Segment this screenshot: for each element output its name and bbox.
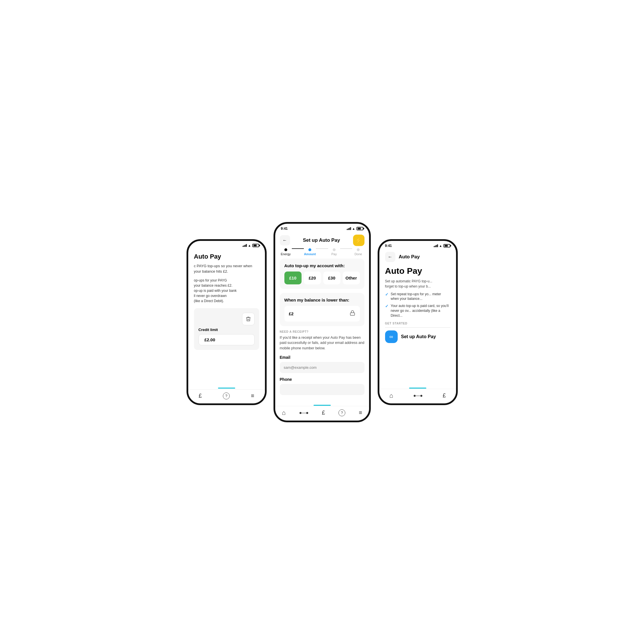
check-mark-1: ✓	[385, 292, 389, 297]
balance-input-row: £2	[284, 306, 360, 322]
nav-home-center[interactable]: ⌂	[282, 409, 286, 417]
status-icons-left: ▲	[243, 244, 259, 247]
left-phone-title: Auto Pay	[194, 253, 259, 260]
nav-home-right[interactable]: ⌂	[389, 392, 393, 399]
bottom-bar-right: ⌂ ●—● £	[379, 389, 456, 403]
wifi-icon: ▲	[248, 244, 251, 247]
auto-topup-card: Auto top-up my account with: £10 £20 £30…	[280, 259, 364, 289]
check-item-2: ✓ Your auto top-up is paid card, so you'…	[385, 304, 450, 318]
get-started-label: GET STARTED	[385, 322, 450, 325]
signal-icon-center	[347, 227, 351, 230]
phone-center: 9:41 ▲ ← Set up Auto Pay ⚡ Energy	[274, 222, 371, 422]
phone-left: ▲ Auto Pay c PAYG top-ups so you never w…	[187, 239, 267, 405]
left-description: c PAYG top-ups so you never when your ba…	[194, 263, 259, 274]
step-dot-done	[357, 248, 360, 251]
amount-options: £10 £20 £30 Other	[284, 272, 360, 284]
auto-pay-desc: Set up automatic PAYG top-u...forget to …	[385, 279, 450, 289]
lightning-button[interactable]: ⚡	[353, 235, 364, 246]
credit-label: Credit limit	[199, 328, 218, 332]
infinity-icon: ∞	[385, 330, 398, 343]
receipt-label: NEED A RECEIPT?	[280, 330, 364, 333]
nav-activity-right[interactable]: ●—●	[413, 393, 422, 398]
right-header: ← Auto Pay	[385, 252, 450, 262]
step-dot-energy	[284, 248, 287, 251]
balance-value: £2	[289, 311, 294, 316]
bottom-indicator-left	[218, 388, 235, 389]
nav-help-center[interactable]: ?	[338, 409, 345, 416]
bottom-bar-center: ⌂ ●—● £ ? ≡	[275, 406, 369, 421]
step-dot-amount	[308, 248, 311, 251]
step-label-energy: Energy	[281, 252, 291, 256]
right-title: Auto Pay	[399, 254, 420, 260]
nav-help-left[interactable]: ?	[223, 393, 230, 399]
left-bullets: op-ups for your PAYG your balance reache…	[194, 278, 259, 304]
time-right: 9:41	[385, 244, 392, 248]
step-amount: Amount	[304, 248, 316, 256]
phone-input[interactable]	[280, 384, 364, 395]
bottom-bar-left: £ ? ≡	[188, 389, 265, 403]
setup-button[interactable]: ∞ Set up Auto Pay	[385, 330, 450, 343]
nav-payment-left[interactable]: £	[199, 393, 202, 399]
auto-pay-heading: Auto Pay	[385, 266, 450, 276]
amount-other[interactable]: Other	[343, 272, 360, 284]
right-content: ← Auto Pay Auto Pay Set up automatic PAY…	[379, 249, 456, 405]
amount-30[interactable]: £30	[323, 272, 340, 284]
nav-menu-left[interactable]: ≡	[251, 393, 254, 399]
setup-btn-label: Set up Auto Pay	[401, 334, 436, 339]
phone-right: 9:41 ▲ ← Auto Pay Auto Pay Set up automa…	[378, 239, 458, 405]
amount-20[interactable]: £20	[304, 272, 321, 284]
receipt-description: If you'd like a receipt when your Auto P…	[280, 335, 364, 351]
battery-icon-right	[443, 244, 450, 247]
trash-icon[interactable]	[242, 313, 255, 325]
screen-container: ▲ Auto Pay c PAYG top-ups so you never w…	[165, 222, 479, 422]
step-pay: Pay	[328, 248, 340, 256]
step-label-done: Done	[354, 252, 362, 256]
check-item-1: ✓ Set repeat top-ups for yo... meter whe…	[385, 292, 450, 302]
back-button-center[interactable]: ←	[280, 235, 290, 245]
step-dot-pay	[333, 248, 336, 251]
step-label-amount: Amount	[304, 252, 316, 256]
step-done: Done	[352, 248, 364, 256]
check-text-2: Your auto top-up is paid card, so you'll…	[391, 304, 450, 318]
status-bar-right: 9:41 ▲	[379, 241, 456, 249]
phone-label: Phone	[280, 377, 364, 382]
receipt-section: NEED A RECEIPT? If you'd like a receipt …	[275, 330, 369, 403]
nav-activity-center[interactable]: ●—●	[299, 410, 308, 415]
status-icons-center: ▲	[347, 227, 363, 230]
step-line-1	[292, 248, 304, 249]
step-label-pay: Pay	[331, 252, 337, 256]
check-list: ✓ Set repeat top-ups for yo... meter whe…	[385, 292, 450, 318]
battery-icon-center	[356, 227, 363, 230]
bottom-indicator-center	[314, 405, 331, 406]
signal-icon	[243, 244, 247, 247]
center-header: ← Set up Auto Pay ⚡	[275, 232, 369, 248]
nav-menu-center[interactable]: ≡	[359, 409, 362, 416]
lock-icon	[350, 310, 355, 318]
balance-card: When my balance is lower than: £2	[280, 293, 364, 326]
amount-10[interactable]: £10	[284, 272, 302, 284]
step-line-3	[340, 248, 352, 249]
nav-payment-center[interactable]: £	[322, 409, 325, 416]
wifi-icon-right: ▲	[439, 244, 442, 247]
check-mark-2: ✓	[385, 304, 389, 308]
auto-topup-title: Auto top-up my account with:	[284, 263, 360, 268]
nav-payment-right[interactable]: £	[443, 392, 446, 399]
balance-title: When my balance is lower than:	[284, 298, 360, 302]
back-button-right[interactable]: ←	[385, 252, 395, 262]
step-line-2	[316, 248, 328, 249]
center-title: Set up Auto Pay	[303, 237, 340, 243]
get-started-divider	[385, 327, 450, 328]
status-bar-center: 9:41 ▲	[275, 224, 369, 232]
wifi-icon-center: ▲	[352, 227, 355, 230]
email-input[interactable]	[280, 362, 364, 373]
left-content: Auto Pay c PAYG top-ups so you never whe…	[188, 248, 265, 405]
time-center: 9:41	[281, 227, 288, 231]
status-bar-left: ▲	[188, 241, 265, 248]
status-icons-right: ▲	[434, 244, 450, 247]
battery-icon	[252, 244, 259, 247]
credit-amount: £2.00	[199, 334, 255, 345]
check-text-1: Set repeat top-ups for yo... meter when …	[391, 292, 450, 302]
svg-rect-0	[350, 313, 354, 315]
step-energy: Energy	[280, 248, 292, 256]
bottom-indicator-right	[409, 388, 426, 389]
